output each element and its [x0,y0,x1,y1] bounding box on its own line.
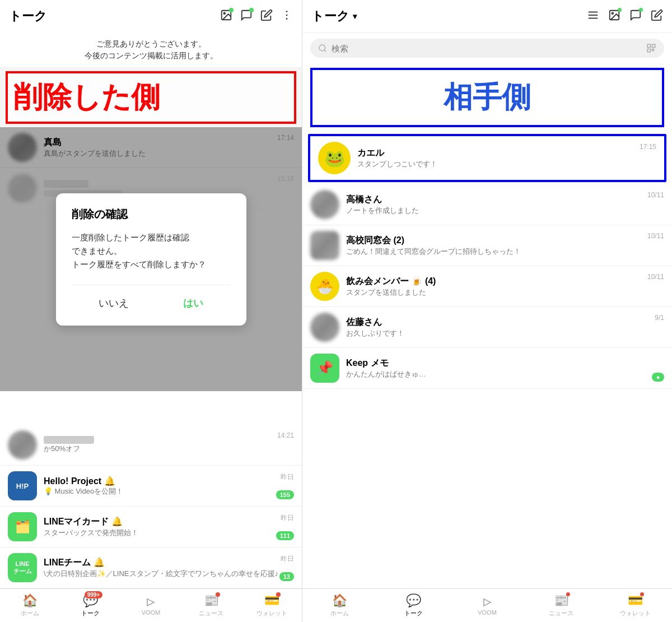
right-home-icon: 🏠 [332,593,347,608]
right-menu-icon[interactable] [587,9,599,24]
right-nav-voom[interactable]: ▷ VOOM [450,589,524,622]
chat-preview-sale: か50%オフ [44,444,294,454]
menu-icon[interactable] [281,9,293,24]
dialog-yes-button[interactable]: はい [170,294,217,312]
search-input[interactable] [332,44,642,53]
badge-linecard: 111 [276,531,294,540]
right-title-text: トーク [311,8,349,25]
chat-name-takahashi: 高橋さん [346,194,664,206]
chat-preview-frog: スタンプしつこいです！ [357,159,656,169]
chat-item-dousoukai[interactable]: 高校同窓会 (2) ごめん！間違えて同窓会グループに招待しちゃった！ 10/11 [302,225,672,266]
right-chat-icon[interactable] [629,9,642,24]
chat-time-sale: 14:21 [277,431,294,439]
avatar-sale [8,430,37,459]
dialog-body: 一度削除したトーク履歴は確認 できません。 トーク履歴をすべて削除しますか？ [72,231,231,271]
right-wallet-icon: 💳 [628,593,643,608]
svg-rect-15 [652,49,654,51]
right-label-box: 相手側 [310,68,664,127]
compose-icon[interactable] [260,9,273,24]
chat-preview-dousoukai: ごめん！間違えて同窓会グループに招待しちゃった！ [346,247,664,257]
avatar-nomikai: 🐣 [310,272,339,301]
chat-item-sato[interactable]: 佐藤さん お久しぶりです！ 9/1 [302,307,672,348]
nav-voom[interactable]: ▷ VOOM [121,589,181,622]
svg-rect-13 [652,44,655,47]
nav-voom-label: VOOM [142,609,161,616]
wallet-dot [276,592,281,597]
left-chat-below: か50%オフ 14:21 H!P Hello! Project 🔔 💡 Musi… [0,425,302,588]
chat-item-lineteam[interactable]: LINEチーム LINEチーム 🔔 \犬の日特別企画✨／LINEスタンプ・絵文字… [0,547,302,588]
right-chat-dot [639,8,643,12]
left-title: トーク [9,8,47,25]
avatar-lineteam: LINEチーム [8,553,37,582]
chat-info-sale: か50%オフ [44,436,294,454]
right-talk-icon: 💬 [406,593,421,608]
right-nav-home-label: ホーム [330,609,349,618]
search-bar[interactable] [310,39,664,58]
svg-point-2 [286,11,288,12]
chat-item-takahashi[interactable]: 高橋さん ノートを作成しました 10/11 [302,184,672,225]
svg-point-1 [223,12,225,14]
right-nav-talk-label: トーク [404,609,423,618]
chat-name-frog: カエル [357,147,656,159]
news-dot [216,592,220,597]
right-voom-icon: ▷ [483,596,491,608]
chat-name-nomikai: 飲み会メンバー 🍺 (4) [346,276,664,287]
chat-item-keep[interactable]: 📌 Keep メモ かんたんがはばせきゅ… ● [302,348,672,389]
right-image-dot [618,8,622,12]
chat-name-hlp: Hello! Project 🔔 [44,476,294,486]
avatar-dousoukai [310,231,339,260]
chat-icon[interactable] [240,9,253,24]
image-icon-dot [229,8,234,12]
svg-rect-12 [647,44,650,47]
chat-time-dousoukai: 10/11 [647,232,664,240]
chat-preview-takahashi: ノートを作成しました [346,206,664,216]
svg-point-4 [286,18,288,20]
left-chat-list: 真島 真島がスタンプを送信しました 17:14 15:18 削除の確認 一度削除… [0,127,302,425]
chat-item-linecard[interactable]: 🗂️ LINEマイカード 🔔 スターバックスで発売開始！ 昨日 111 [0,507,302,547]
chat-time-linecard: 昨日 [281,513,294,523]
chat-info-frog: カエル スタンプしつこいです！ [357,147,656,169]
right-nav-wallet[interactable]: 💳 ウォレット [598,589,672,622]
right-title: トーク ▾ [311,8,357,25]
right-compose-icon[interactable] [651,9,663,24]
search-icon [318,44,327,53]
chat-info-linecard: LINEマイカード 🔔 スターバックスで発売開始！ [44,516,294,538]
chat-preview-linecard: スターバックスで発売開始！ [44,528,294,538]
home-icon: 🏠 [22,593,38,608]
right-header-icons [587,9,663,24]
dialog-title: 削除の確認 [72,207,231,222]
chat-time-hlp: 昨日 [281,472,294,482]
dialog-no-button[interactable]: いいえ [85,294,142,312]
chat-info-dousoukai: 高校同窓会 (2) ごめん！間違えて同窓会グループに招待しちゃった！ [346,235,664,257]
chat-item-hlp[interactable]: H!P Hello! Project 🔔 💡 Music Videoを公開！ 昨… [0,466,302,507]
chat-item-sale[interactable]: か50%オフ 14:21 [0,425,302,466]
badge-hlp: 155 [276,490,294,499]
notice-bar: ご意見ありがとうございます。 今後のコンテンツ掲載に活用します。 [0,33,302,68]
highlighted-chat-item[interactable]: 🐸 カエル スタンプしつこいです！ 17:15 [308,134,666,182]
svg-point-3 [286,14,288,16]
chat-preview-hlp: 💡 Music Videoを公開！ [44,486,294,496]
right-bottom-nav: 🏠 ホーム 💬 トーク ▷ VOOM 📰 ニュース 💳 ウォレット [302,588,672,622]
dropdown-icon[interactable]: ▾ [353,12,357,21]
left-panel: トーク ご意見ありがとうございます。 今後のコンテンツ掲載に活用します。 削除し… [0,0,302,622]
chat-info-hlp: Hello! Project 🔔 💡 Music Videoを公開！ [44,476,294,496]
news-icon: 📰 [204,593,219,608]
right-nav-talk[interactable]: 💬 トーク [376,589,450,622]
highlighted-chat-inner: 🐸 カエル スタンプしつこいです！ 17:15 [310,136,664,180]
chat-name-keep: Keep メモ [346,358,664,369]
right-nav-voom-label: VOOM [478,609,497,616]
right-nav-home[interactable]: 🏠 ホーム [302,589,376,622]
chat-time-lineteam: 昨日 [281,554,294,564]
dialog-overlay: 削除の確認 一度削除したトーク履歴は確認 できません。 トーク履歴をすべて削除し… [0,127,302,391]
right-nav-news[interactable]: 📰 ニュース [524,589,598,622]
right-image-icon[interactable] [608,9,620,24]
nav-news[interactable]: 📰 ニュース [181,589,241,622]
chat-info-keep: Keep メモ かんたんがはばせきゅ… [346,358,664,379]
nav-home[interactable]: 🏠 ホーム [0,589,60,622]
image-icon[interactable] [220,9,232,24]
chat-time-nomikai: 10/11 [647,273,664,281]
nav-talk[interactable]: 💬 999+ トーク [60,589,121,622]
nav-wallet[interactable]: 💳 ウォレット [241,589,302,622]
left-header-icons [220,9,293,24]
chat-item-nomikai[interactable]: 🐣 飲み会メンバー 🍺 (4) スタンプを送信しました 10/11 [302,266,672,307]
